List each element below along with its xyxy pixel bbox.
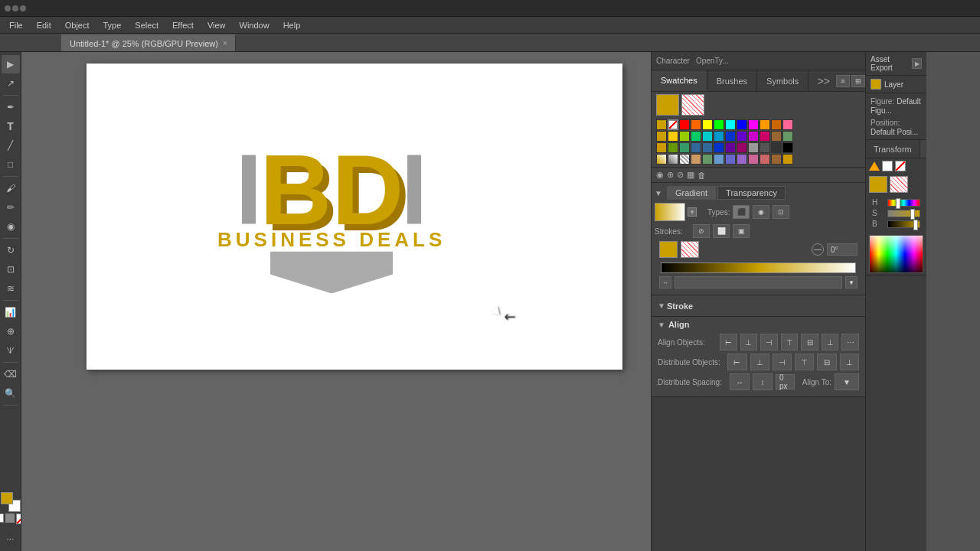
- color-none-swatch[interactable]: [895, 161, 906, 171]
- sw-black[interactable]: [782, 142, 793, 153]
- dist-space-v-btn[interactable]: ↕: [753, 373, 773, 390]
- selection-tool[interactable]: ▶: [2, 55, 20, 73]
- sw-gray[interactable]: [748, 142, 759, 153]
- sw-brown[interactable]: [771, 119, 782, 130]
- swap-colors-btn[interactable]: [5, 514, 15, 523]
- selected-stroke-swatch[interactable]: [681, 94, 704, 116]
- h-slider-thumb[interactable]: [896, 198, 900, 209]
- dist-top-btn[interactable]: ⊤: [795, 354, 814, 370]
- align-center-v-btn[interactable]: ⊟: [801, 334, 818, 350]
- sw-tan[interactable]: [771, 131, 782, 142]
- menu-window[interactable]: Window: [234, 19, 276, 31]
- gradient-preview-swatch[interactable]: [655, 203, 685, 221]
- new-color-group-btn[interactable]: ⊘: [677, 170, 684, 180]
- sw-blue2[interactable]: [714, 131, 724, 142]
- scale-tool[interactable]: ⊡: [2, 260, 20, 279]
- sw-salmon[interactable]: [760, 154, 770, 165]
- dist-center-h-btn[interactable]: ⊥: [750, 354, 769, 370]
- sw-yellow-green[interactable]: [679, 131, 690, 142]
- sw-green[interactable]: [714, 119, 724, 130]
- sw-magenta[interactable]: [748, 119, 759, 130]
- menu-effect[interactable]: Effect: [166, 19, 200, 31]
- gradient-tab[interactable]: Gradient: [667, 186, 716, 200]
- column-graph-tool[interactable]: ⩛: [2, 341, 20, 360]
- sw-rose[interactable]: [748, 154, 759, 165]
- dist-center-v-btn[interactable]: ⊟: [817, 354, 836, 370]
- gradient-bar[interactable]: [661, 262, 856, 273]
- dist-left-btn[interactable]: ⊢: [727, 354, 746, 370]
- pencil-tool[interactable]: ✏: [2, 198, 20, 217]
- b-slider-thumb[interactable]: [913, 220, 918, 230]
- sw-gold2[interactable]: [656, 131, 667, 142]
- sw-dark-gray[interactable]: [760, 142, 770, 153]
- align-to-dropdown[interactable]: ▼: [835, 373, 859, 390]
- tab-close-button[interactable]: ×: [223, 39, 227, 47]
- symbols-tab[interactable]: Symbols: [757, 70, 808, 91]
- align-bottom-btn[interactable]: ⊥: [822, 334, 839, 350]
- stroke-apply-outside[interactable]: ▣: [733, 224, 750, 238]
- b-slider[interactable]: [887, 220, 920, 228]
- sw-honey[interactable]: [782, 154, 793, 165]
- color-fill-swatch[interactable]: [869, 176, 887, 193]
- gradient-fill-swatch[interactable]: [659, 241, 678, 258]
- sw-pink[interactable]: [782, 119, 793, 130]
- sw-pattern1[interactable]: [679, 154, 690, 165]
- sw-purple[interactable]: [748, 131, 759, 142]
- menu-file[interactable]: File: [3, 19, 29, 31]
- menu-type[interactable]: Type: [97, 19, 128, 31]
- align-left-btn[interactable]: ⊢: [720, 334, 737, 350]
- sw-sage2[interactable]: [702, 154, 713, 165]
- menu-edit[interactable]: Edit: [31, 19, 57, 31]
- gradient-reverse-btn[interactable]: ↔: [659, 276, 671, 289]
- direct-selection-tool[interactable]: ↗: [2, 74, 20, 93]
- eraser-tool[interactable]: ⌫: [2, 365, 20, 383]
- sw-crimson[interactable]: [760, 131, 770, 142]
- rotate-tool[interactable]: ↻: [2, 241, 20, 259]
- graph-tool[interactable]: 📊: [2, 303, 20, 321]
- more-align-btn[interactable]: ⋯: [841, 334, 859, 350]
- sw-sky[interactable]: [714, 154, 724, 165]
- swatch-gold[interactable]: [656, 119, 667, 130]
- sw-green2[interactable]: [691, 131, 701, 142]
- menu-help[interactable]: Help: [277, 19, 307, 31]
- new-swatch-group-btn[interactable]: ⊕: [667, 170, 674, 180]
- transform-tab[interactable]: Transform: [866, 140, 920, 158]
- sw-sage[interactable]: [782, 131, 793, 142]
- gradient-angle-input[interactable]: 0°: [827, 243, 858, 256]
- gradient-collapse-arrow[interactable]: ▼: [655, 189, 662, 197]
- pen-tool[interactable]: ✒: [2, 98, 20, 116]
- delete-swatch-btn[interactable]: 🗑: [697, 171, 706, 180]
- stroke-apply-none[interactable]: ⊘: [693, 224, 710, 238]
- sw-grad2[interactable]: [668, 154, 678, 165]
- color-stroke-swatch[interactable]: [890, 176, 908, 193]
- menu-select[interactable]: Select: [129, 19, 165, 31]
- sw-olive[interactable]: [668, 142, 678, 153]
- menu-object[interactable]: Object: [59, 19, 96, 31]
- sw-orange[interactable]: [691, 119, 701, 130]
- sw-royal[interactable]: [714, 142, 724, 153]
- more-tools-btn[interactable]: ···: [2, 530, 20, 548]
- color-tab[interactable]: Color: [920, 140, 926, 158]
- align-top-btn[interactable]: ⊤: [781, 334, 799, 350]
- color-spectrum[interactable]: [869, 235, 923, 273]
- layer-row[interactable]: Layer: [871, 79, 922, 90]
- radial-gradient-btn[interactable]: ◉: [753, 205, 769, 219]
- sw-slate[interactable]: [691, 142, 701, 153]
- sw-lavender[interactable]: [737, 154, 747, 165]
- s-slider[interactable]: [887, 210, 920, 217]
- sw-grape[interactable]: [725, 142, 736, 153]
- gradient-add-stop-btn[interactable]: ▼: [845, 276, 858, 289]
- paintbrush-tool[interactable]: 🖌: [2, 179, 20, 197]
- sw-gold-light[interactable]: [668, 131, 678, 142]
- sw-teal[interactable]: [702, 131, 713, 142]
- h-slider[interactable]: [887, 199, 920, 207]
- fill-stroke-swatches[interactable]: [1, 492, 21, 512]
- transparency-tab[interactable]: Transparency: [717, 186, 786, 200]
- freeform-gradient-btn[interactable]: ⊡: [773, 205, 789, 219]
- gradient-opacity-slider[interactable]: [675, 276, 842, 289]
- sw-amber[interactable]: [760, 119, 770, 130]
- s-slider-thumb[interactable]: [910, 209, 915, 220]
- linear-gradient-btn[interactable]: ⬛: [733, 205, 750, 219]
- show-swatch-kinds-btn[interactable]: ◉: [656, 170, 664, 180]
- warp-tool[interactable]: ≋: [2, 279, 20, 298]
